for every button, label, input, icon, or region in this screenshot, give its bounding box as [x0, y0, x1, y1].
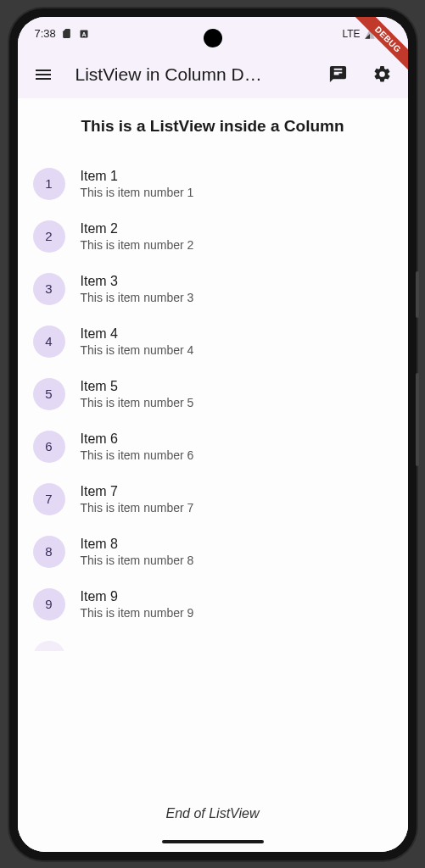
list-view[interactable]: 1 Item 1 This is item number 1 2 Item 2 … — [18, 151, 408, 796]
item-title: Item 1 — [81, 169, 194, 184]
item-text: Item 7 This is item number 7 — [81, 484, 194, 515]
app-indicator-icon: A — [78, 28, 90, 40]
item-text: Item 9 This is item number 9 — [81, 589, 194, 620]
item-text: Item 4 This is item number 4 — [81, 326, 194, 357]
list-item[interactable]: 7 Item 7 This is item number 7 — [18, 473, 408, 526]
list-item[interactable]: 6 Item 6 This is item number 6 — [18, 420, 408, 473]
list-item[interactable]: 5 Item 5 This is item number 5 — [18, 368, 408, 420]
item-subtitle: This is item number 2 — [81, 238, 194, 252]
svg-text:A: A — [81, 31, 86, 36]
item-avatar: 1 — [33, 168, 65, 200]
list-item[interactable]: 1 Item 1 This is item number 1 — [18, 158, 408, 210]
item-title: Item 7 — [81, 484, 194, 499]
item-title: Item 2 — [81, 221, 194, 236]
item-title: Item 6 — [81, 431, 194, 447]
list-footer: End of ListView — [18, 796, 408, 832]
item-text: Item 6 This is item number 6 — [81, 431, 194, 462]
screen: DEBUG 7:38 A LTE — [18, 17, 408, 852]
item-subtitle: This is item number 8 — [81, 554, 194, 567]
status-left: 7:38 A — [35, 27, 90, 40]
app-bar-title: ListView in Column D… — [70, 64, 311, 85]
item-avatar: 7 — [33, 483, 65, 515]
item-subtitle: This is item number 7 — [81, 501, 194, 515]
network-type-label: LTE — [342, 28, 360, 40]
item-avatar: 4 — [33, 326, 65, 358]
list-item[interactable]: 4 Item 4 This is item number 4 — [18, 315, 408, 368]
item-subtitle: This is item number 1 — [81, 186, 194, 199]
status-time: 7:38 — [35, 27, 56, 40]
list-item[interactable]: 8 Item 8 This is item number 8 — [18, 526, 408, 578]
phone-frame: DEBUG 7:38 A LTE — [9, 8, 417, 860]
item-avatar: 6 — [33, 431, 65, 463]
item-title: Item 9 — [81, 589, 194, 604]
item-title: Item 4 — [81, 326, 194, 342]
item-avatar — [33, 641, 65, 651]
item-text: Item 2 This is item number 2 — [81, 221, 194, 252]
menu-button[interactable] — [26, 58, 60, 92]
volume-button[interactable] — [416, 373, 419, 466]
nav-handle[interactable] — [162, 840, 264, 843]
item-text: Item 8 This is item number 8 — [81, 537, 194, 567]
item-title: Item 8 — [81, 537, 194, 552]
camera-notch — [204, 29, 222, 47]
item-title: Item 5 — [81, 379, 194, 394]
item-subtitle: This is item number 6 — [81, 448, 194, 462]
app-bar: ListView in Column D… — [18, 51, 408, 98]
list-item[interactable]: 2 Item 2 This is item number 2 — [18, 210, 408, 263]
item-subtitle: This is item number 9 — [81, 606, 194, 620]
power-button[interactable] — [416, 271, 419, 318]
item-subtitle: This is item number 4 — [81, 343, 194, 357]
settings-button[interactable] — [366, 58, 400, 92]
list-item-partial[interactable] — [18, 631, 408, 651]
item-subtitle: This is item number 3 — [81, 291, 194, 304]
content-area: This is a ListView inside a Column 1 Ite… — [18, 98, 408, 852]
item-avatar: 2 — [33, 220, 65, 253]
item-avatar: 9 — [33, 588, 65, 620]
navigation-bar — [18, 832, 408, 852]
item-avatar: 5 — [33, 378, 65, 410]
item-subtitle: This is item number 5 — [81, 396, 194, 409]
comment-button[interactable] — [322, 58, 355, 92]
list-item[interactable]: 3 Item 3 This is item number 3 — [18, 263, 408, 315]
item-text: Item 1 This is item number 1 — [81, 169, 194, 199]
page-heading: This is a ListView inside a Column — [18, 98, 408, 151]
item-text: Item 5 This is item number 5 — [81, 379, 194, 409]
sd-card-icon — [61, 28, 73, 40]
item-avatar: 3 — [33, 273, 65, 305]
list-item[interactable]: 9 Item 9 This is item number 9 — [18, 578, 408, 631]
item-avatar: 8 — [33, 536, 65, 568]
item-title: Item 3 — [81, 274, 194, 289]
item-text: Item 3 This is item number 3 — [81, 274, 194, 304]
